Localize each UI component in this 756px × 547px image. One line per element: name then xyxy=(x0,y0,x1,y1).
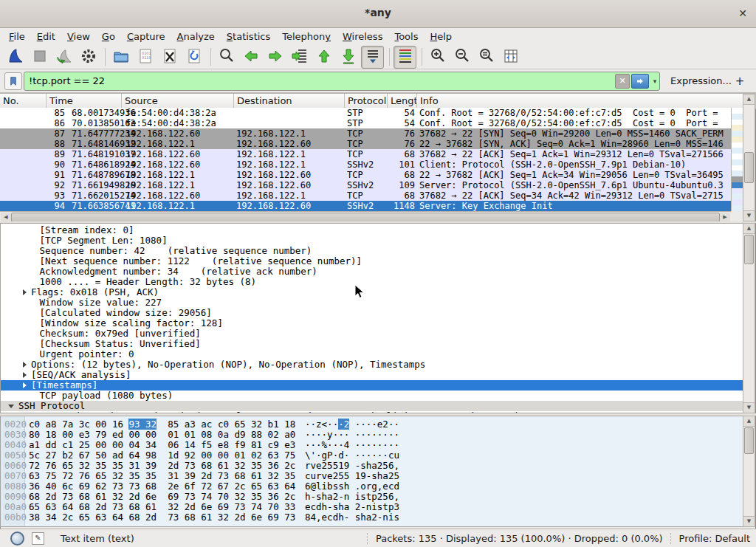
hex-ascii[interactable]: 6@libssh .org,ecd xyxy=(305,481,399,492)
menu-edit[interactable]: Edit xyxy=(31,30,61,44)
hscroll-left-arrow[interactable]: ◀ xyxy=(1,213,11,221)
hex-row-00a0[interactable]: 00a065 63 64 68 2d 73 68 61 32 2d 6e 69 … xyxy=(1,502,743,512)
detail-row-15[interactable]: [Timestamps] xyxy=(1,380,743,391)
detail-row-12[interactable]: Urgent pointer: 0 xyxy=(1,349,743,359)
menu-file[interactable]: File xyxy=(3,30,31,44)
column-header-no[interactable]: No. xyxy=(0,94,47,109)
hex-bytes[interactable]: 63 75 72 76 65 32 35 35 31 39 2d 73 68 6… xyxy=(29,471,295,481)
detail-row-10[interactable]: Checksum: 0x79ed [unverified] xyxy=(1,328,743,339)
expander-collapsed-icon[interactable] xyxy=(23,372,27,378)
detail-row-6[interactable]: Flags: 0x018 (PSH, ACK) xyxy=(1,287,743,297)
column-header-destination[interactable]: Destination xyxy=(234,94,345,109)
hex-row-00b0[interactable]: 00b038 34 2c 65 63 64 68 2d 73 68 61 32 … xyxy=(1,512,743,523)
expander-expanded-icon[interactable] xyxy=(8,405,14,408)
stop-capture-button[interactable] xyxy=(28,46,51,69)
detail-row-8[interactable]: [Calculated window size: 29056] xyxy=(1,308,743,318)
close-file-button[interactable] xyxy=(158,46,181,69)
menu-capture[interactable]: Capture xyxy=(121,30,171,44)
capture-comment-icon[interactable]: ✎ xyxy=(32,532,44,545)
packet-list-hscrollbar[interactable]: ◀ ▶ xyxy=(0,211,731,221)
details-scroll-thumb[interactable] xyxy=(744,235,754,264)
detail-row-11[interactable]: [Checksum Status: Unverified] xyxy=(1,339,743,349)
hex-row-0020[interactable]: 0020c0 a8 7a 3c 00 16 93 32 85 a3 ac c0 … xyxy=(1,419,743,430)
detail-row-0[interactable]: [Stream index: 0] xyxy=(1,225,743,235)
hex-ascii[interactable]: curve255 19-sha25 xyxy=(305,471,399,481)
hscroll-right-arrow[interactable]: ▶ xyxy=(720,213,730,221)
details-vscrollbar[interactable]: ▲ ▼ xyxy=(743,223,755,413)
detail-row-1[interactable]: [TCP Segment Len: 1080] xyxy=(1,235,743,246)
details-scroll-up[interactable]: ▲ xyxy=(743,224,755,234)
vscroll-up-arrow[interactable]: ▲ xyxy=(743,94,755,105)
packet-row-89[interactable]: 8971.648191037192.168.122.60192.168.122.… xyxy=(0,149,731,159)
menu-statistics[interactable]: Statistics xyxy=(221,30,276,44)
column-header-time[interactable]: Time xyxy=(47,94,122,109)
go-forward-button[interactable] xyxy=(264,46,286,69)
hex-ascii[interactable]: \'·gP·d· ······cu xyxy=(305,450,399,461)
hex-ascii[interactable]: 84,ecdh- sha2-nis xyxy=(305,512,399,523)
detail-row-4[interactable]: Acknowledgment number: 34 (relative ack … xyxy=(1,266,743,277)
expander-collapsed-icon[interactable] xyxy=(23,382,27,388)
bytes-scroll-thumb[interactable] xyxy=(744,427,754,454)
menu-help[interactable]: Help xyxy=(424,30,458,44)
filter-apply-button[interactable] xyxy=(631,74,649,89)
hex-bytes[interactable]: c0 a8 7a 3c 00 16 93 32 85 a3 ac c0 65 3… xyxy=(29,419,295,430)
details-scroll-down[interactable]: ▼ xyxy=(743,402,755,413)
go-to-packet-button[interactable] xyxy=(288,46,311,69)
resize-columns-button[interactable] xyxy=(499,46,522,69)
detail-row-2[interactable]: Sequence number: 42 (relative sequence n… xyxy=(1,246,743,256)
detail-row-5[interactable]: 1000 .... = Header Length: 32 bytes (8) xyxy=(1,277,743,287)
hex-row-0060[interactable]: 006072 76 65 32 35 35 31 39 2d 73 68 61 … xyxy=(1,461,743,471)
status-profile[interactable]: Profile: Default xyxy=(679,533,750,544)
filter-clear-button[interactable]: ✕ xyxy=(615,74,630,89)
packet-row-88[interactable]: 8871.648146932192.168.122.1192.168.122.6… xyxy=(0,139,731,149)
packet-row-90[interactable]: 9071.648618924192.168.122.60192.168.122.… xyxy=(0,159,731,170)
title-bar[interactable]: *any ✕ xyxy=(0,0,756,28)
hex-ascii[interactable]: ····y··· ········ xyxy=(305,430,399,440)
packet-row-93[interactable]: 9371.662015274192.168.122.60192.168.122.… xyxy=(0,190,731,201)
go-back-button[interactable] xyxy=(239,46,262,69)
detail-row-14[interactable]: [SEQ/ACK analysis] xyxy=(1,370,743,380)
go-top-button[interactable] xyxy=(312,46,335,69)
hex-bytes[interactable]: a1 dd c1 25 00 00 04 34 06 14 f5 e8 f9 8… xyxy=(29,440,295,450)
start-capture-button[interactable] xyxy=(4,46,27,69)
column-header-source[interactable]: Source xyxy=(122,94,234,109)
hex-bytes[interactable]: 38 34 2c 65 63 64 68 2d 73 68 61 32 2d 6… xyxy=(29,512,295,523)
packet-row-92[interactable]: 9271.661949820192.168.122.1192.168.122.6… xyxy=(0,180,731,190)
packet-row-91[interactable]: 9171.648789678192.168.122.1192.168.122.6… xyxy=(0,170,731,180)
display-filter-input[interactable] xyxy=(24,73,615,89)
packet-row-87[interactable]: 8771.647777234192.168.122.60192.168.122.… xyxy=(0,128,731,139)
menu-tools[interactable]: Tools xyxy=(388,30,424,44)
packet-row-86[interactable]: 8670.013850163fe:54:00:d4:38:2aSTP54Conf… xyxy=(0,118,731,128)
hex-ascii[interactable]: ecdh-sha 2-nistp3 xyxy=(305,502,399,512)
detail-row-9[interactable]: [Window size scaling factor: 128] xyxy=(1,318,743,328)
close-window-button[interactable]: ✕ xyxy=(738,7,747,20)
hex-row-0070[interactable]: 007063 75 72 76 65 32 35 35 31 39 2d 73 … xyxy=(1,471,743,481)
menu-telephony[interactable]: Telephony xyxy=(276,30,337,44)
detail-row-3[interactable]: [Next sequence number: 1122 (relative se… xyxy=(1,256,743,266)
filter-bookmark-button[interactable] xyxy=(4,72,22,90)
menu-analyze[interactable]: Analyze xyxy=(171,30,221,44)
hex-ascii[interactable]: ···%···4 ········ xyxy=(305,440,399,450)
packet-list-minimap[interactable] xyxy=(731,108,743,211)
open-file-button[interactable] xyxy=(109,46,132,69)
autoscroll-toggle[interactable] xyxy=(361,46,384,69)
expression-button[interactable]: Expression... xyxy=(670,75,732,86)
menu-view[interactable]: View xyxy=(61,30,96,44)
reload-file-button[interactable] xyxy=(182,46,205,69)
packet-row-94[interactable]: 9471.663856741192.168.122.1192.168.122.6… xyxy=(0,201,731,211)
packet-list-vscrollbar[interactable]: ▲ ▼ xyxy=(743,94,755,221)
hex-row-0090[interactable]: 009068 2d 73 68 61 32 2d 6e 69 73 74 70 … xyxy=(1,492,743,502)
detail-row-7[interactable]: Window size value: 227 xyxy=(1,297,743,308)
detail-row-17[interactable]: SSH Protocol xyxy=(1,401,743,411)
hex-ascii[interactable]: h-sha2-n istp256, xyxy=(305,492,399,502)
column-header-protocol[interactable]: Protocol xyxy=(345,94,388,109)
hex-bytes[interactable]: 65 63 64 68 2d 73 68 61 32 2d 6e 69 73 7… xyxy=(29,502,295,512)
hex-row-0050[interactable]: 00505c 27 b2 67 50 ad 64 98 1d 92 00 00 … xyxy=(1,450,743,461)
packet-row-85[interactable]: 8568.001734936fe:54:00:d4:38:2aSTP54Conf… xyxy=(0,108,731,118)
column-header-info[interactable]: Info xyxy=(417,94,756,109)
hex-row-0040[interactable]: 0040a1 dd c1 25 00 00 04 34 06 14 f5 e8 … xyxy=(1,440,743,450)
expander-collapsed-icon[interactable] xyxy=(23,362,27,368)
find-packet-button[interactable] xyxy=(215,46,238,69)
save-file-button[interactable]: 01010110 xyxy=(134,46,157,69)
hex-row-0080[interactable]: 008036 40 6c 69 62 73 73 68 2e 6f 72 67 … xyxy=(1,481,743,492)
